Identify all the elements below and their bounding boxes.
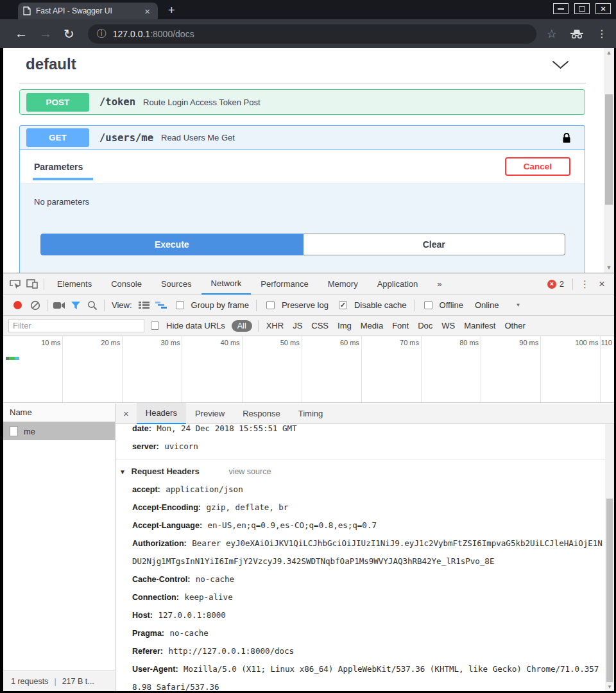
execute-button[interactable]: Execute [40,234,304,255]
bookmark-star-icon[interactable]: ☆ [547,27,557,41]
tab-parameters[interactable]: Parameters [34,162,83,172]
disclosure-triangle-icon[interactable]: ▼ [119,468,126,475]
request-row-me[interactable]: me [3,422,115,440]
network-overview-timeline[interactable]: 10 ms 20 ms 30 ms 40 ms 50 ms 60 ms 70 m… [3,336,614,403]
tab-timing[interactable]: Timing [289,404,332,424]
detail-close-icon[interactable]: × [116,408,137,419]
tab-memory[interactable]: Memory [318,274,368,294]
section-divider [116,459,605,459]
chevron-down-icon[interactable] [552,60,569,69]
filter-type-css[interactable]: CSS [311,321,329,330]
devtools-menu-icon[interactable]: ⋮ [576,278,594,290]
tab-close-icon[interactable]: × [142,6,153,16]
maximize-button[interactable] [574,3,590,14]
tab-title: Fast API - Swagger UI [36,6,142,15]
close-button[interactable]: × [595,3,611,14]
incognito-icon [570,29,584,39]
info-icon[interactable]: ⓘ [97,28,107,40]
network-status-bar: 1 requests | 217 B t... [3,671,115,691]
cancel-button[interactable]: Cancel [505,157,570,176]
devtools-close-icon[interactable]: × [594,278,610,291]
divider [414,300,415,311]
filter-type-img[interactable]: Img [338,321,352,330]
browser-toolbar: ← → ↻ ⓘ 127.0.0.1 :8000/docs ☆ ⋮ [0,19,616,48]
scrollbar-thumb[interactable] [605,94,613,205]
headers-pane[interactable]: date Mon, 24 Dec 2018 15:55:51 GMT serve… [116,424,605,691]
timeline-tick: 110 [601,336,614,402]
filter-type-media[interactable]: Media [361,321,383,330]
browser-tab[interactable]: Fast API - Swagger UI × [18,3,158,19]
filter-type-ws[interactable]: WS [441,321,455,330]
preserve-log-label: Preserve log [282,300,329,310]
request-headers-section[interactable]: ▼ Request Headers view source [119,463,605,481]
timeline-tick: 30 ms [123,336,182,402]
section-title: default [26,55,76,73]
network-toolbar: View: Group by frame Preserve log ✓ Disa… [3,295,614,316]
search-icon[interactable] [84,298,101,313]
hide-data-urls-checkbox[interactable] [151,321,159,330]
scrollbar-down-icon[interactable]: ▼ [605,683,614,691]
camera-icon[interactable] [51,298,67,313]
scrollbar-up-icon[interactable]: ▲ [604,48,614,58]
throttling-dropdown[interactable]: Online [475,300,499,310]
group-by-frame-label: Group by frame [191,300,249,310]
error-count: 2 [560,279,564,289]
filter-type-js[interactable]: JS [293,321,302,330]
filter-funnel-icon[interactable] [67,298,84,313]
address-bar[interactable]: ⓘ 127.0.0.1 :8000/docs [88,24,536,44]
requests-count: 1 requests [11,677,48,686]
group-by-frame-checkbox[interactable] [176,301,184,309]
waterfall-view-icon[interactable] [153,298,169,313]
tab-elements[interactable]: Elements [47,274,101,294]
tab-application[interactable]: Application [368,274,428,294]
inspect-element-icon[interactable] [7,277,24,292]
scrollbar-down-icon[interactable]: ▼ [604,263,614,273]
record-icon[interactable] [13,301,22,309]
filter-type-other[interactable]: Other [504,321,526,330]
list-view-icon[interactable] [136,298,153,313]
disable-cache-checkbox[interactable]: ✓ [339,301,347,309]
new-tab-button[interactable]: + [168,3,175,18]
more-tabs-icon[interactable]: » [427,274,451,294]
dropdown-arrow-icon[interactable]: ▼ [515,302,520,308]
parameters-active-underline [33,178,93,180]
request-headers-title: Request Headers [132,466,200,476]
preserve-log-checkbox[interactable] [266,301,275,309]
offline-checkbox[interactable] [424,301,432,309]
back-icon[interactable]: ← [15,26,28,41]
filter-type-manifest[interactable]: Manifest [464,321,495,330]
error-badge-icon[interactable]: × [547,280,556,289]
tab-sources[interactable]: Sources [151,274,201,294]
scrollbar-thumb[interactable] [606,499,613,682]
tab-headers[interactable]: Headers [137,403,186,424]
timeline-tick: 80 ms [422,336,481,402]
device-toolbar-icon[interactable] [24,277,40,292]
tab-preview[interactable]: Preview [186,404,234,424]
request-header-row: Authorization Bearer eyJ0eXAiOiJKV1QiLCJ… [132,535,605,570]
tab-performance[interactable]: Performance [251,274,318,294]
filter-input[interactable] [8,319,144,332]
page-scrollbar[interactable]: ▲ ▼ [604,48,614,273]
hide-data-urls-label: Hide data URLs [166,321,225,330]
minimize-button[interactable] [553,3,569,14]
filter-type-doc[interactable]: Doc [418,321,432,330]
clear-button[interactable]: Clear [304,234,566,255]
clear-icon[interactable] [27,298,44,313]
tab-console[interactable]: Console [101,274,151,294]
endpoint-path: /token [99,96,135,108]
endpoint-post-token[interactable]: POST /token Route Login Access Token Pos… [19,89,585,115]
forward-icon[interactable]: → [39,26,52,41]
lock-icon[interactable] [562,132,571,144]
view-source-link[interactable]: view source [228,467,271,476]
browser-menu-icon[interactable]: ⋮ [597,28,607,40]
filter-type-xhr[interactable]: XHR [266,321,284,330]
details-scrollbar[interactable]: ▼ [605,424,614,691]
tab-response[interactable]: Response [234,404,289,424]
reload-icon[interactable]: ↻ [64,26,74,42]
tab-network[interactable]: Network [201,273,252,295]
filter-type-font[interactable]: Font [392,321,409,330]
name-column-header[interactable]: Name [3,404,115,422]
endpoint-header[interactable]: GET /users/me Read Users Me Get [20,126,585,150]
divider [572,278,573,290]
filter-type-all[interactable]: All [232,320,252,332]
